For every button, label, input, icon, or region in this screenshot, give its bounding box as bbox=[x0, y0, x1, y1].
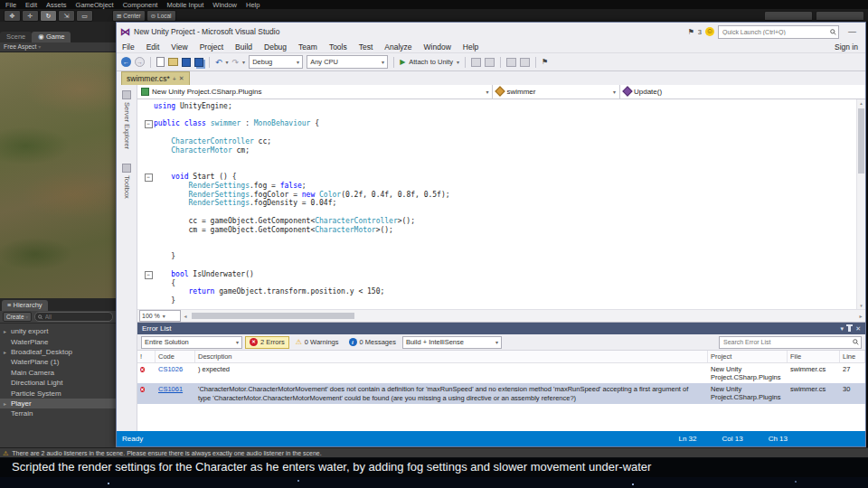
save-icon[interactable] bbox=[182, 58, 191, 67]
code-line[interactable]: − bool IsUnderwater() bbox=[143, 270, 865, 279]
column-header-line[interactable]: Line bbox=[840, 351, 865, 362]
vs-menu-window[interactable]: Window bbox=[424, 42, 451, 52]
solution-platform-dropdown[interactable]: Any CPU▾ bbox=[307, 55, 388, 69]
scroll-up-icon[interactable]: ▴ bbox=[857, 100, 865, 106]
code-line[interactable] bbox=[143, 111, 865, 120]
vs-menu-build[interactable]: Build bbox=[235, 42, 252, 52]
increase-indent-icon[interactable] bbox=[485, 58, 495, 67]
column-header-description[interactable]: Description bbox=[195, 351, 708, 362]
close-icon[interactable]: ✕ bbox=[179, 75, 184, 82]
comment-icon[interactable] bbox=[506, 58, 516, 67]
warnings-toggle[interactable]: ⚠0 Warnings bbox=[292, 337, 343, 348]
code-line[interactable] bbox=[143, 128, 865, 137]
code-line[interactable]: − void Start () { bbox=[143, 173, 865, 182]
undo-button[interactable]: ↶ bbox=[215, 58, 222, 67]
vs-menu-help[interactable]: Help bbox=[463, 42, 478, 52]
unity-menu-mobile-input[interactable]: Mobile Input bbox=[166, 1, 203, 9]
solution-config-dropdown[interactable]: Debug▾ bbox=[249, 55, 303, 69]
hscroll-track[interactable] bbox=[190, 310, 856, 322]
code-line[interactable]: cm = gameObject.GetComponent<CharacterMo… bbox=[143, 226, 865, 235]
fold-toggle-icon[interactable]: − bbox=[143, 173, 154, 182]
filter-dropdown[interactable]: Build + IntelliSense▾ bbox=[402, 336, 502, 349]
minimize-button[interactable]: — bbox=[848, 27, 856, 36]
code-line[interactable]: RenderSettings.fogDensity = 0.04f; bbox=[143, 199, 865, 208]
hand-tool[interactable]: ✥ bbox=[4, 10, 21, 22]
pin-icon[interactable]: + bbox=[173, 76, 176, 82]
code-line[interactable]: cc = gameObject.GetComponent<CharacterCo… bbox=[143, 217, 865, 226]
hierarchy-item-waterplane-1-[interactable]: WaterPlane (1) bbox=[0, 357, 116, 367]
rect-tool[interactable]: ▭ bbox=[76, 10, 93, 22]
unity-menu-window[interactable]: Window bbox=[212, 1, 237, 9]
tab-scene[interactable]: Scene bbox=[0, 32, 32, 42]
hierarchy-item-waterplane[interactable]: WaterPlane bbox=[0, 336, 116, 346]
tab-hierarchy[interactable]: ≡ Hierarchy bbox=[2, 300, 48, 311]
decrease-indent-icon[interactable] bbox=[471, 58, 481, 67]
column-header-project[interactable]: Project bbox=[708, 351, 788, 362]
notifications-flag-icon[interactable]: ⚑ bbox=[688, 28, 694, 36]
window-position-icon[interactable]: ▾ bbox=[841, 325, 844, 333]
code-line[interactable] bbox=[143, 261, 865, 270]
unity-menu-file[interactable]: File bbox=[5, 1, 16, 9]
layout-dropdown[interactable] bbox=[816, 11, 864, 21]
editor-vertical-scrollbar[interactable]: ▴ ▾ bbox=[856, 99, 865, 310]
code-line[interactable]: return gameObject.transform.position.y <… bbox=[143, 287, 865, 296]
fold-box[interactable]: − bbox=[145, 120, 153, 128]
save-all-icon[interactable] bbox=[194, 58, 203, 67]
redo-button[interactable]: ↷ bbox=[232, 58, 240, 67]
vs-titlebar[interactable]: ⋈ New Unity Project - Microsoft Visual S… bbox=[117, 23, 865, 41]
member-dropdown[interactable]: Update() bbox=[620, 85, 865, 99]
error-list-search-input[interactable] bbox=[722, 338, 853, 346]
sign-in-link[interactable]: Sign in bbox=[835, 42, 858, 52]
hierarchy-item-main-camera[interactable]: Main Camera bbox=[0, 368, 116, 378]
close-icon[interactable]: ✕ bbox=[855, 325, 861, 333]
tab-game[interactable]: ◉ Game bbox=[32, 32, 71, 42]
unity-menu-component[interactable]: Component bbox=[123, 1, 158, 9]
code-line[interactable]: RenderSettings.fogColor = new Color(0.2f… bbox=[143, 191, 865, 200]
code-line[interactable]: { bbox=[143, 279, 865, 288]
scroll-left-icon[interactable]: ◂ bbox=[181, 313, 190, 319]
code-editor[interactable]: using UnityEngine;−public class swimmer … bbox=[137, 99, 865, 310]
foldout-arrow-icon[interactable]: ▸ bbox=[4, 400, 11, 407]
attach-play-icon[interactable]: ▶ bbox=[400, 58, 405, 66]
tab-server-explorer[interactable]: Server Explorer bbox=[122, 90, 131, 149]
code-line[interactable]: } bbox=[143, 252, 865, 261]
fold-box[interactable]: − bbox=[145, 271, 153, 279]
pivot-center-button[interactable]: ⊞ Center bbox=[112, 10, 146, 22]
hierarchy-item-directional-light[interactable]: Directional Light bbox=[0, 378, 116, 388]
hierarchy-item-broadleaf-desktop[interactable]: ▸Broadleaf_Desktop bbox=[0, 347, 116, 357]
foldout-arrow-icon[interactable]: ▸ bbox=[4, 328, 11, 334]
code-line[interactable] bbox=[143, 243, 865, 252]
hierarchy-search[interactable] bbox=[34, 312, 113, 322]
column-header-file[interactable]: File bbox=[788, 351, 840, 362]
vs-menu-file[interactable]: File bbox=[122, 42, 135, 52]
code-line[interactable]: RenderSettings.fog = false; bbox=[143, 182, 865, 191]
scale-tool[interactable]: ⇲ bbox=[58, 10, 75, 22]
chevron-down-icon[interactable]: ▾ bbox=[457, 59, 459, 65]
hierarchy-item-unity-export[interactable]: ▸unity export bbox=[0, 326, 116, 336]
unity-menu-help[interactable]: Help bbox=[246, 1, 259, 9]
hierarchy-item-terrain[interactable]: Terrain bbox=[0, 408, 116, 418]
hierarchy-search-input[interactable] bbox=[45, 314, 109, 320]
fold-toggle-icon[interactable]: − bbox=[143, 119, 154, 128]
pivot-local-button[interactable]: ⊙ Local bbox=[146, 10, 176, 22]
error-code-link[interactable]: CS1061 bbox=[156, 385, 195, 393]
hscroll-thumb[interactable] bbox=[192, 313, 354, 319]
uncomment-icon[interactable] bbox=[520, 58, 530, 67]
column-header-code[interactable]: Code bbox=[156, 351, 195, 362]
vs-menu-team[interactable]: Team bbox=[298, 42, 317, 52]
navigate-forward-button[interactable]: → bbox=[135, 57, 145, 67]
code-line[interactable] bbox=[143, 155, 865, 164]
pin-icon[interactable] bbox=[848, 326, 851, 332]
unity-menu-assets[interactable]: Assets bbox=[46, 1, 67, 9]
vs-menu-test[interactable]: Test bbox=[359, 42, 373, 52]
vs-menu-edit[interactable]: Edit bbox=[146, 42, 160, 52]
code-line[interactable]: CharacterController cc; bbox=[143, 137, 865, 146]
error-list-titlebar[interactable]: Error List ▾ ✕ bbox=[137, 323, 865, 334]
hierarchy-item-player[interactable]: ▸Player bbox=[0, 399, 116, 408]
create-button[interactable]: Create ▾ bbox=[3, 312, 32, 322]
fold-box[interactable]: − bbox=[145, 174, 153, 182]
vs-menu-analyze[interactable]: Analyze bbox=[384, 42, 411, 52]
severity-column-header[interactable]: ! bbox=[137, 351, 156, 362]
code-line[interactable] bbox=[143, 208, 865, 217]
code-text[interactable]: using UnityEngine;−public class swimmer … bbox=[137, 99, 865, 305]
